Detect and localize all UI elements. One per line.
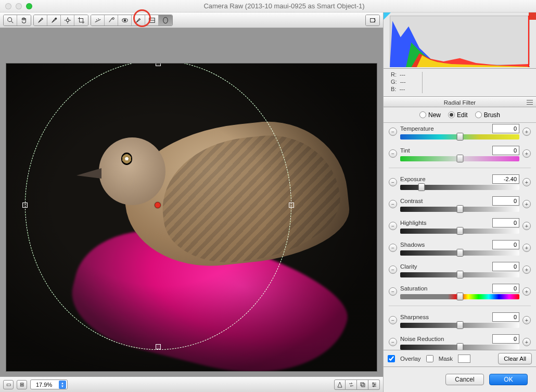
plus-icon[interactable]: + — [522, 338, 531, 346]
straighten-tool[interactable] — [91, 15, 105, 26]
highlight-clipping-icon[interactable] — [529, 12, 536, 20]
histogram[interactable] — [384, 12, 536, 69]
radial-filter-tool[interactable] — [159, 15, 172, 26]
plus-icon[interactable]: + — [522, 265, 531, 274]
saturation-input[interactable] — [492, 284, 519, 293]
temperature-slider[interactable] — [400, 134, 519, 140]
targeted-adjustment-tool[interactable] — [61, 15, 74, 26]
radial-handle-top[interactable] — [156, 64, 161, 66]
image-canvas[interactable] — [6, 64, 377, 371]
svg-point-3 — [66, 19, 69, 21]
tint-label: Tint — [400, 147, 410, 154]
plus-icon[interactable]: + — [522, 128, 531, 136]
minus-icon[interactable]: − — [389, 128, 397, 136]
highlights-label: Highlights — [400, 220, 427, 226]
grid-view-button[interactable]: ⊞ — [17, 380, 27, 389]
spot-removal-tool[interactable] — [105, 15, 118, 26]
contrast-input[interactable] — [492, 196, 519, 206]
window-controls[interactable] — [5, 3, 32, 9]
status-bar: ▭ ⊞ 17.9% ▲▼ — [0, 376, 383, 392]
adjustment-brush-tool[interactable] — [132, 15, 145, 26]
noise-input[interactable] — [492, 334, 519, 344]
hand-tool[interactable] — [17, 15, 31, 26]
plus-icon[interactable]: + — [522, 222, 531, 230]
swap-before-after-button[interactable] — [346, 380, 357, 390]
minus-icon[interactable]: − — [389, 200, 397, 208]
minus-icon[interactable]: − — [389, 338, 397, 346]
temperature-input[interactable] — [492, 124, 519, 133]
plus-icon[interactable]: + — [522, 316, 531, 324]
radial-handle-right[interactable] — [289, 203, 294, 208]
crop-tool[interactable] — [74, 15, 88, 26]
radial-handle-left[interactable] — [22, 203, 28, 208]
noise-reduction-label: Noise Reduction — [400, 336, 444, 342]
plus-icon[interactable]: + — [522, 287, 531, 296]
exposure-input[interactable] — [492, 174, 519, 184]
exposure-slider[interactable] — [400, 185, 519, 190]
plus-icon[interactable]: + — [522, 244, 531, 252]
white-balance-tool[interactable] — [34, 15, 47, 26]
svg-point-6 — [124, 19, 126, 21]
adjustments-panel: − Temperature + − Tint + − — [384, 123, 536, 350]
zoom-stepper[interactable]: ▲▼ — [59, 381, 66, 389]
clear-all-button[interactable]: Clear All — [498, 353, 532, 364]
radial-handle-bottom[interactable] — [156, 344, 161, 349]
plus-icon[interactable]: + — [522, 149, 531, 158]
svg-line-1 — [11, 21, 13, 23]
minus-icon[interactable]: − — [389, 178, 397, 186]
preview-preferences-button[interactable] — [368, 380, 380, 390]
graduated-filter-tool[interactable] — [145, 15, 159, 26]
saturation-label: Saturation — [400, 285, 427, 292]
saturation-row: − Saturation + — [384, 283, 536, 300]
minus-icon[interactable]: − — [389, 149, 397, 158]
window-title: Camera Raw (2013-10 maui-0925 as Smart O… — [32, 2, 536, 10]
plus-icon[interactable]: + — [522, 178, 531, 186]
sharpness-slider[interactable] — [400, 323, 519, 328]
shadows-row: − Shadows + — [384, 239, 536, 257]
minus-icon[interactable]: − — [389, 287, 397, 296]
zoom-tool[interactable] — [4, 15, 17, 26]
contrast-slider[interactable] — [400, 207, 519, 212]
noise-slider[interactable] — [400, 345, 519, 350]
highlights-slider[interactable] — [400, 229, 519, 234]
clarity-slider[interactable] — [400, 272, 519, 277]
image-preview-area[interactable] — [0, 28, 383, 376]
single-view-button[interactable]: ▭ — [3, 380, 14, 389]
cancel-button[interactable]: Cancel — [445, 374, 484, 385]
minimize-icon[interactable] — [16, 3, 22, 9]
shadows-slider[interactable] — [400, 250, 519, 256]
copy-settings-button[interactable] — [357, 380, 368, 390]
contrast-label: Contrast — [400, 198, 423, 204]
zoom-level-select[interactable]: 17.9% ▲▼ — [30, 380, 68, 389]
minus-icon[interactable]: − — [389, 265, 397, 274]
clarity-input[interactable] — [492, 262, 519, 271]
panel-menu-icon[interactable] — [527, 99, 533, 105]
fullscreen-icon[interactable] — [26, 3, 32, 9]
overlay-checkbox[interactable] — [388, 355, 395, 362]
highlights-input[interactable] — [492, 218, 519, 227]
clarity-row: − Clarity + — [384, 261, 536, 279]
preferences-button[interactable] — [366, 15, 379, 26]
color-sampler-tool[interactable] — [47, 15, 61, 26]
red-eye-tool[interactable] — [118, 15, 132, 26]
mode-edit[interactable]: Edit — [448, 111, 468, 119]
before-after-view-button[interactable] — [334, 380, 346, 390]
close-icon[interactable] — [5, 3, 11, 9]
saturation-slider[interactable] — [400, 294, 519, 299]
svg-rect-11 — [361, 383, 364, 386]
mask-checkbox[interactable] — [426, 355, 433, 362]
minus-icon[interactable]: − — [389, 222, 397, 230]
mode-new[interactable]: New — [419, 111, 441, 119]
tint-input[interactable] — [492, 146, 519, 155]
minus-icon[interactable]: − — [389, 316, 397, 324]
ok-button[interactable]: OK — [489, 374, 528, 385]
mask-color-swatch[interactable] — [458, 355, 470, 363]
tint-slider[interactable] — [400, 156, 519, 161]
sharpness-input[interactable] — [492, 312, 519, 322]
minus-icon[interactable]: − — [389, 244, 397, 252]
shadows-input[interactable] — [492, 240, 519, 249]
mode-brush[interactable]: Brush — [475, 111, 500, 119]
shadows-label: Shadows — [400, 242, 425, 248]
radial-filter-pin[interactable] — [155, 202, 161, 208]
plus-icon[interactable]: + — [522, 200, 531, 208]
